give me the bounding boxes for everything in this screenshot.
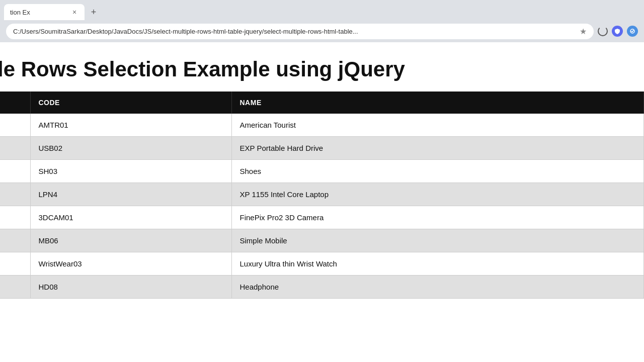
row-checkbox-cell: [0, 114, 30, 137]
row-code-cell: WristWear03: [30, 252, 231, 276]
new-tab-button[interactable]: +: [87, 5, 101, 19]
row-code-cell: LPN4: [30, 183, 231, 206]
table-row[interactable]: AMTR01American Tourist: [0, 114, 644, 137]
address-bar[interactable]: C:/Users/SoumitraSarkar/Desktop/JavaDocs…: [6, 24, 594, 39]
tab-close-button[interactable]: ×: [70, 8, 78, 16]
row-name-cell: Shoes: [231, 160, 644, 183]
table-row[interactable]: MB06Simple Mobile: [0, 229, 644, 252]
row-name-cell: XP 1155 Intel Core Laptop: [231, 183, 644, 206]
table-row[interactable]: LPN4XP 1155 Intel Core Laptop: [0, 183, 644, 206]
table-row[interactable]: SH03Shoes: [0, 160, 644, 183]
row-checkbox-cell: [0, 206, 30, 229]
row-name-cell: American Tourist: [231, 114, 644, 137]
col-header-code: CODE: [30, 92, 231, 114]
browser-chrome: tion Ex × + C:/Users/SoumitraSarkar/Desk…: [0, 0, 644, 42]
table-row[interactable]: 3DCAM01FinePix Pro2 3D Camera: [0, 206, 644, 229]
address-text: C:/Users/SoumitraSarkar/Desktop/JavaDocs…: [13, 28, 576, 35]
page-content: le Rows Selection Example using jQuery C…: [0, 42, 644, 362]
row-name-cell: Simple Mobile: [231, 229, 644, 252]
row-checkbox-cell: [0, 252, 30, 276]
active-tab[interactable]: tion Ex ×: [4, 4, 85, 20]
row-code-cell: 3DCAM01: [30, 206, 231, 229]
row-code-cell: USB02: [30, 137, 231, 160]
col-header-checkbox: [0, 92, 30, 114]
row-checkbox-cell: [0, 183, 30, 206]
reload-icon[interactable]: [598, 26, 608, 36]
table-container: CODE NAME AMTR01American TouristUSB02EXP…: [0, 92, 644, 299]
table-header-row: CODE NAME: [0, 92, 644, 114]
row-checkbox-cell: [0, 276, 30, 299]
row-checkbox-cell: [0, 229, 30, 252]
table-body: AMTR01American TouristUSB02EXP Portable …: [0, 114, 644, 299]
table-row[interactable]: HD08Headphone: [0, 276, 644, 299]
bookmark-icon[interactable]: ★: [580, 27, 587, 36]
products-table: CODE NAME AMTR01American TouristUSB02EXP…: [0, 92, 644, 299]
tab-bar: tion Ex × +: [0, 0, 644, 20]
tab-title: tion Ex: [10, 9, 66, 16]
row-code-cell: MB06: [30, 229, 231, 252]
table-row[interactable]: USB02EXP Portable Hard Drive: [0, 137, 644, 160]
row-code-cell: AMTR01: [30, 114, 231, 137]
row-code-cell: SH03: [30, 160, 231, 183]
address-bar-row: C:/Users/SoumitraSarkar/Desktop/JavaDocs…: [0, 20, 644, 42]
shield-icon: [612, 26, 623, 37]
table-row[interactable]: WristWear03Luxury Ultra thin Wrist Watch: [0, 252, 644, 276]
row-name-cell: EXP Portable Hard Drive: [231, 137, 644, 160]
col-header-name: NAME: [231, 92, 644, 114]
row-code-cell: HD08: [30, 276, 231, 299]
row-checkbox-cell: [0, 160, 30, 183]
row-checkbox-cell: [0, 137, 30, 160]
row-name-cell: FinePix Pro2 3D Camera: [231, 206, 644, 229]
row-name-cell: Luxury Ultra thin Wrist Watch: [231, 252, 644, 276]
page-title: le Rows Selection Example using jQuery: [0, 52, 644, 92]
row-name-cell: Headphone: [231, 276, 644, 299]
sync-icon: [627, 26, 638, 37]
